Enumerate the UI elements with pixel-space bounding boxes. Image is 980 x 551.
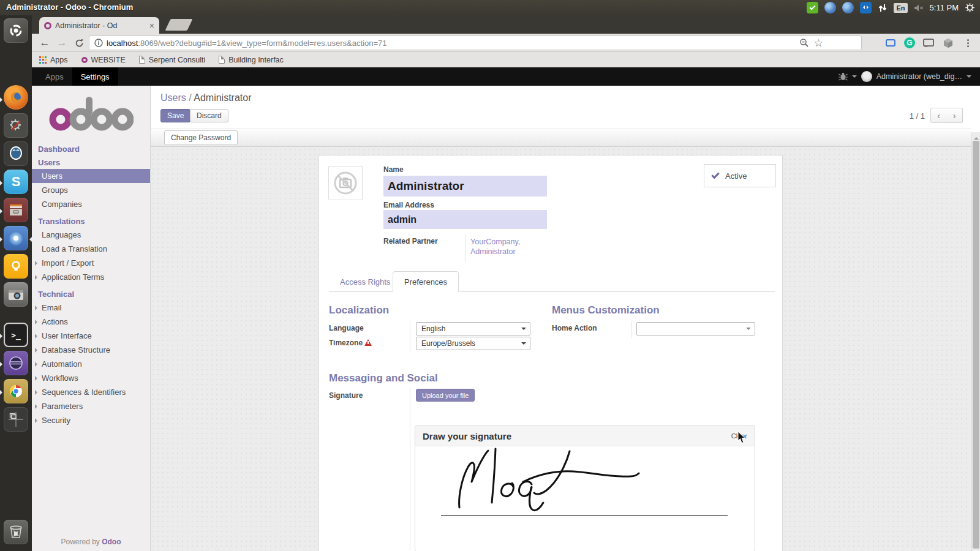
session-gear-icon[interactable] <box>965 2 975 13</box>
sidebar-section-translations[interactable]: Translations <box>32 214 150 228</box>
chromium-launcher-icon[interactable] <box>4 226 28 250</box>
sidebar-item-workflows[interactable]: Workflows <box>32 371 150 385</box>
debug-caret-icon[interactable] <box>852 75 857 80</box>
sidebar-item-database-structure[interactable]: Database Structure <box>32 343 150 357</box>
network-arrows-icon[interactable] <box>878 3 888 13</box>
related-partner-link[interactable]: YourCompany, Administrator <box>470 237 529 257</box>
sidebar-item-groups[interactable]: Groups <box>32 183 150 197</box>
breadcrumb-users-link[interactable]: Users <box>160 92 186 103</box>
bookmark-website[interactable]: WEBSITE <box>81 56 126 64</box>
pager-previous-button[interactable]: ‹ <box>930 108 947 123</box>
expand-arrow-icon <box>35 320 40 324</box>
sidebar-section-technical[interactable]: Technical <box>32 287 150 301</box>
pager-next-button[interactable]: › <box>946 108 963 123</box>
sidebar-item-parameters[interactable]: Parameters <box>32 399 150 413</box>
tab-close-icon[interactable]: × <box>149 21 154 30</box>
archive-manager-icon[interactable] <box>4 198 28 222</box>
cube-extension-icon[interactable] <box>942 37 954 49</box>
sidebar-item-actions[interactable]: Actions <box>32 315 150 329</box>
chromium-tray-icon-1[interactable] <box>824 2 836 13</box>
workspace-switcher-icon[interactable] <box>4 407 28 432</box>
sidebar-section-users[interactable]: Users <box>32 156 150 169</box>
eclipse-icon[interactable] <box>4 351 28 375</box>
skype-icon[interactable]: S <box>4 170 28 194</box>
debug-bug-icon[interactable] <box>839 72 848 81</box>
signature-canvas[interactable] <box>415 446 755 551</box>
tab-access-rights[interactable]: Access Rights <box>329 271 401 292</box>
discard-button[interactable]: Discard <box>190 109 228 122</box>
sidebar-item-automation[interactable]: Automation <box>32 357 150 371</box>
sidebar-item-user-interface[interactable]: User Interface <box>32 329 150 343</box>
sidebar-item-email[interactable]: Email <box>32 301 150 315</box>
keyboard-layout-indicator[interactable]: En <box>894 3 907 13</box>
bookmark-star-icon[interactable]: ☆ <box>814 37 823 50</box>
url-bar[interactable]: localhost:8069/web?debug#id=1&view_type=… <box>89 36 862 50</box>
bookmark-label: WEBSITE <box>91 56 126 64</box>
signature-label: Signature <box>329 391 363 400</box>
camera-app-icon[interactable] <box>4 282 28 307</box>
active-checkbox[interactable]: Active <box>704 164 776 187</box>
ubuntu-dash-icon[interactable] <box>4 18 28 43</box>
timezone-select[interactable]: Europe/Brussels <box>416 337 530 350</box>
sidebar-item-dashboard[interactable]: Dashboard <box>32 142 150 156</box>
user-menu-caret-icon[interactable] <box>967 75 971 80</box>
new-tab-button[interactable] <box>165 19 193 31</box>
system-settings-icon[interactable] <box>4 113 28 138</box>
tab-preferences[interactable]: Preferences <box>393 271 459 292</box>
browser-toolbar: ← → localhost:8069/web?debug#id=1&view_t… <box>32 34 980 52</box>
chrome-icon[interactable] <box>4 379 28 403</box>
clock[interactable]: 5:11 PM <box>930 3 959 12</box>
page-scrollbar[interactable] <box>971 132 980 551</box>
sidebar-item-users[interactable]: Users <box>32 169 150 183</box>
scroll-up-arrow-icon[interactable] <box>974 135 979 140</box>
bookmark-building[interactable]: Building Interfac <box>219 56 284 64</box>
browser-tab[interactable]: Administrator - Od × <box>39 17 159 34</box>
muted-speaker-icon[interactable] <box>914 4 924 12</box>
zoom-out-icon[interactable] <box>799 38 809 48</box>
user-menu[interactable]: Administrator (web_dig… <box>876 72 962 81</box>
back-button[interactable]: ← <box>37 35 53 51</box>
url-path: :8069/web?debug#id=1&view_type=form&mode… <box>138 39 386 48</box>
trash-icon[interactable] <box>4 520 28 544</box>
sidebar-item-application-terms[interactable]: Application Terms <box>32 270 150 284</box>
chromium-tray-icon-2[interactable] <box>842 2 854 13</box>
postgresql-icon[interactable] <box>4 141 28 166</box>
sidebar-item-import-export[interactable]: Import / Export <box>32 256 150 270</box>
ubuntu-launcher: S >_ <box>0 15 32 551</box>
save-button[interactable]: Save <box>160 109 190 122</box>
forward-button[interactable]: → <box>54 35 70 51</box>
language-select[interactable]: English <box>416 322 530 335</box>
screenshot-extension-icon[interactable] <box>884 37 897 49</box>
bookmark-apps[interactable]: Apps <box>39 56 68 64</box>
sidebar-item-security[interactable]: Security <box>32 413 150 427</box>
grammarly-extension-icon[interactable]: G <box>904 37 915 48</box>
home-action-select[interactable] <box>636 322 755 335</box>
upload-file-button[interactable]: Upload your file <box>416 389 475 402</box>
terminal-icon[interactable]: >_ <box>4 323 28 347</box>
sidebar-item-sequences-identifiers[interactable]: Sequences & Identifiers <box>32 385 150 399</box>
sidebar-item-companies[interactable]: Companies <box>32 197 150 211</box>
cast-extension-icon[interactable] <box>922 37 935 49</box>
bookmark-serpent[interactable]: Serpent Consulti <box>139 56 205 64</box>
chevron-down-icon <box>746 328 751 332</box>
expand-arrow-icon <box>35 418 40 423</box>
scrollbar-thumb[interactable] <box>973 141 979 549</box>
sidebar-item-languages[interactable]: Languages <box>32 228 150 242</box>
teamviewer-tray-icon[interactable] <box>860 2 872 13</box>
menus-customization-section-title: Menus Customization <box>552 304 660 317</box>
email-input[interactable] <box>383 210 547 229</box>
change-password-button[interactable]: Change Password <box>164 130 238 145</box>
name-input[interactable] <box>383 176 547 197</box>
firefox-icon[interactable] <box>4 85 28 110</box>
page-info-icon[interactable] <box>94 39 103 47</box>
skype-tray-icon[interactable] <box>807 2 818 13</box>
user-image-placeholder[interactable] <box>328 166 363 200</box>
odoo-brand-link[interactable]: Odoo <box>102 538 121 546</box>
sidebar-item-load-translation[interactable]: Load a Translation <box>32 242 150 256</box>
reload-button[interactable] <box>71 35 87 51</box>
browser-menu-icon[interactable] <box>962 37 974 49</box>
sidebar-item-label: Actions <box>42 317 68 326</box>
odoo-menu-settings[interactable]: Settings <box>72 67 118 86</box>
odoo-menu-apps[interactable]: Apps <box>37 67 72 86</box>
keep-notes-icon[interactable] <box>4 254 28 279</box>
